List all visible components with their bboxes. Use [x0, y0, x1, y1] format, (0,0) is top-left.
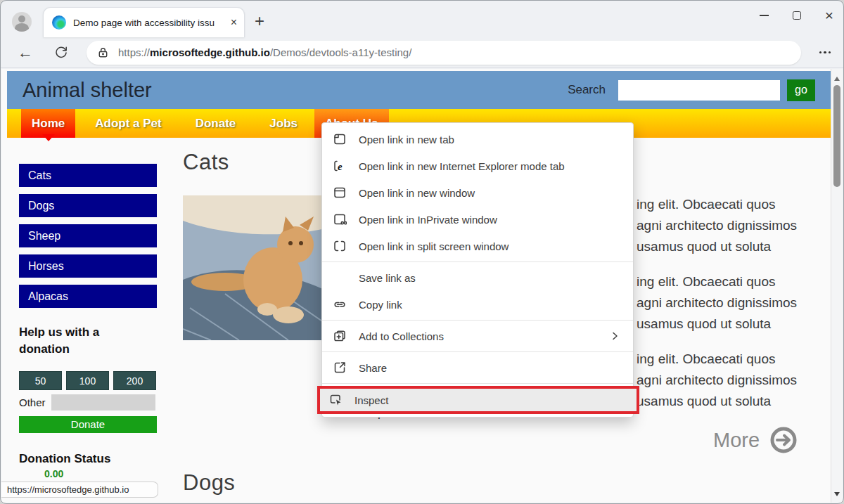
menu-item-copy-link[interactable]: Copy link [322, 291, 633, 318]
new-tab-icon [333, 132, 347, 146]
status-bar-url: https://microsoftedge.github.io [1, 482, 158, 498]
dogs-heading: Dogs [183, 470, 235, 496]
url-path: /Demos/devtools-a11y-testing/ [270, 46, 411, 58]
address-bar[interactable]: https://microsoftedge.github.io/Demos/de… [87, 41, 801, 65]
collections-icon [333, 329, 347, 343]
tab-title: Demo page with accessibility issu [73, 18, 222, 28]
menu-separator [322, 351, 633, 352]
browser-window: Demo page with accessibility issu × + × … [0, 0, 844, 504]
paragraph: ing elit. Obcaecati quosagni architecto … [637, 194, 819, 257]
sidebar-item-alpacas[interactable]: Alpacas [19, 285, 157, 308]
inspect-icon [328, 393, 343, 407]
search-input[interactable] [618, 80, 780, 101]
cat-photo[interactable] [183, 195, 333, 340]
menu-item-add-to-collections[interactable]: Add to Collections [322, 323, 633, 349]
url-scheme: https:// [118, 46, 150, 58]
tab-close-icon[interactable]: × [231, 17, 237, 28]
profile-avatar[interactable] [12, 12, 32, 32]
active-tab-pointer [42, 134, 55, 148]
submenu-chevron-icon [609, 330, 620, 342]
more-link[interactable]: More [713, 426, 798, 454]
split-screen-icon [333, 239, 347, 253]
sidebar-item-horses[interactable]: Horses [19, 254, 157, 278]
share-icon [333, 361, 347, 375]
nav-item-home[interactable]: Home [21, 109, 75, 138]
cats-heading: Cats [183, 150, 229, 175]
avatar-person-icon [15, 23, 29, 32]
window-close-button[interactable]: × [825, 11, 833, 20]
body-text-column: ing elit. Obcaecati quosagni architecto … [637, 194, 819, 426]
svg-text:e: e [338, 161, 343, 172]
menu-item-save-link-as[interactable]: Save link as [322, 264, 633, 291]
donation-status-value: 0.00 [44, 468, 63, 479]
amount-100-button[interactable]: 100 [66, 371, 109, 390]
site-title: Animal shelter [23, 79, 152, 102]
lock-icon [96, 46, 110, 59]
arrow-right-circle-icon [769, 426, 798, 454]
menu-separator [322, 383, 633, 384]
search-label: Search [568, 83, 606, 97]
donate-button[interactable]: Donate [19, 416, 157, 433]
ie-mode-icon: e [333, 159, 347, 173]
refresh-icon[interactable] [54, 44, 68, 61]
copy-link-icon [333, 297, 347, 311]
browser-menu-icon[interactable] [819, 51, 831, 54]
amount-200-button[interactable]: 200 [113, 371, 156, 390]
menu-item-inspect[interactable]: Inspect [317, 386, 639, 414]
menu-item-share[interactable]: Share [322, 354, 633, 381]
site-header: Animal shelter Search go [7, 71, 831, 109]
scrollbar-thumb[interactable] [833, 85, 840, 187]
menu-item-open-ie-mode-tab[interactable]: e Open link in new Internet Explorer mod… [322, 153, 633, 179]
scroll-up-icon[interactable] [834, 74, 840, 81]
other-amount-input[interactable] [51, 394, 155, 411]
amount-50-button[interactable]: 50 [19, 371, 62, 390]
go-button[interactable]: go [787, 79, 815, 101]
sidebar-item-cats[interactable]: Cats [19, 164, 157, 187]
sidebar-item-dogs[interactable]: Dogs [19, 194, 157, 217]
paragraph: ing elit. Obcaecati quosagni architecto … [637, 349, 819, 412]
nav-item-donate[interactable]: Donate [185, 109, 247, 138]
more-label: More [713, 429, 760, 452]
inprivate-icon [333, 212, 347, 226]
donation-status-heading: Donation Status [19, 452, 157, 466]
tab-strip: Demo page with accessibility issu × + × [1, 1, 843, 37]
minimize-button[interactable] [760, 15, 769, 16]
window-controls: × [760, 11, 833, 20]
scroll-down-icon[interactable] [834, 492, 840, 499]
maximize-button[interactable] [793, 11, 801, 20]
menu-separator [322, 320, 633, 321]
search-area: Search go [568, 79, 815, 101]
scrollbar[interactable] [831, 69, 843, 503]
new-window-icon [333, 186, 347, 200]
avatar-person-icon [18, 15, 25, 22]
menu-item-open-new-tab[interactable]: Open link in new tab [322, 126, 633, 153]
menu-separator [322, 261, 633, 262]
nav-item-jobs[interactable]: Jobs [259, 109, 308, 138]
donation-amounts: 50 100 200 [19, 371, 157, 390]
url-host: microsoftedge.github.io [150, 46, 270, 58]
menu-item-open-new-window[interactable]: Open link in new window [322, 179, 633, 206]
menu-item-open-inprivate-window[interactable]: Open link in InPrivate window [322, 206, 633, 233]
paragraph: ing elit. Obcaecati quosagni architecto … [637, 271, 819, 335]
other-amount-label: Other [19, 396, 46, 408]
page-viewport: Animal shelter Search go Home Adopt a Pe… [1, 69, 843, 503]
nav-item-adopt-a-pet[interactable]: Adopt a Pet [84, 109, 172, 138]
back-icon[interactable]: ← [18, 44, 33, 62]
browser-tab[interactable]: Demo page with accessibility issu × [43, 7, 245, 37]
menu-item-open-split-screen[interactable]: Open link in split screen window [322, 233, 633, 259]
browser-toolbar: ← https://microsoftedge.github.io/Demos/… [1, 37, 843, 68]
donation-heading: Help us with a donation [19, 324, 124, 358]
no-icon [333, 271, 347, 285]
sidebar-item-sheep[interactable]: Sheep [19, 224, 157, 247]
context-menu: Open link in new tab e Open link in new … [321, 122, 634, 418]
sidebar: Cats Dogs Sheep Horses Alpacas Help us w… [19, 164, 157, 466]
edge-favicon-icon [52, 15, 66, 30]
new-tab-button[interactable]: + [255, 14, 264, 28]
